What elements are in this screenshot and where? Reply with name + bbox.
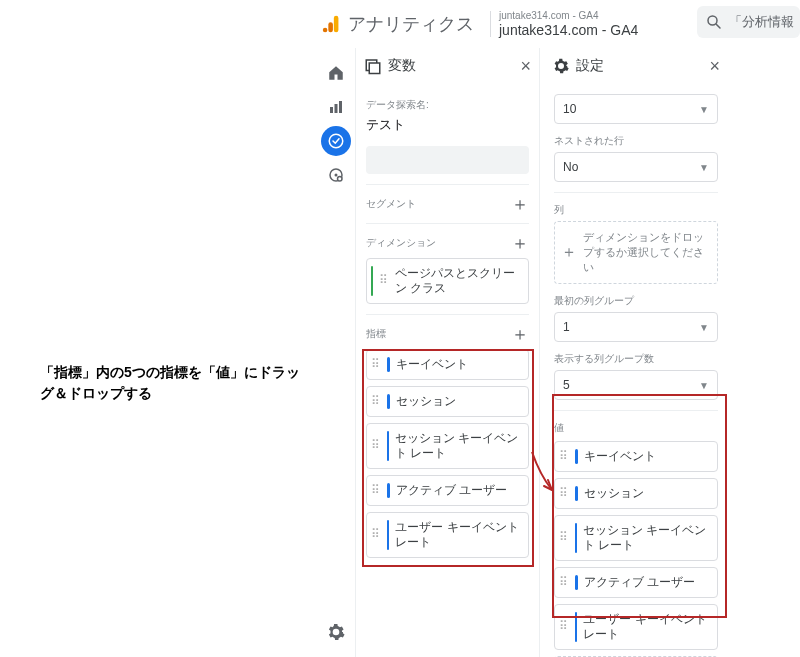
metrics-label: 指標 — [366, 327, 386, 341]
metric-chip[interactable]: ⠿アクティブ ユーザー — [366, 475, 529, 506]
settings-panel: 設定 × 10 ▼ ネストされた行 No ▼ 列 ＋ ディメンションをドロップす… — [544, 48, 728, 657]
values-label: 値 — [554, 410, 718, 435]
show-col-groups-value: 5 — [563, 378, 570, 392]
chevron-down-icon: ▼ — [699, 104, 709, 115]
value-chip[interactable]: ⠿キーイベント — [554, 441, 718, 472]
app-header: アナリティクス juntake314.com - GA4 juntake314.… — [316, 6, 800, 42]
svg-point-10 — [334, 174, 337, 177]
value-chip-label: セッション キーイベント レート — [583, 523, 711, 553]
metric-chip[interactable]: ⠿セッション キーイベント レート — [366, 423, 529, 469]
segments-label: セグメント — [366, 197, 416, 211]
nested-rows-select[interactable]: No ▼ — [554, 152, 718, 182]
value-chip[interactable]: ⠿アクティブ ユーザー — [554, 567, 718, 598]
nested-rows-value: No — [563, 160, 578, 174]
rows-show-select[interactable]: 10 ▼ — [554, 94, 718, 124]
add-segment[interactable]: ＋ — [511, 195, 529, 213]
property-big: juntake314.com - GA4 — [499, 22, 638, 38]
bar-chart-icon — [327, 98, 345, 116]
home-icon — [327, 64, 345, 82]
value-chip-label: セッション — [584, 486, 644, 501]
first-col-group-select[interactable]: 1 ▼ — [554, 312, 718, 342]
metric-chip[interactable]: ⠿セッション — [366, 386, 529, 417]
drag-handle-icon: ⠿ — [379, 277, 389, 284]
add-metric[interactable]: ＋ — [511, 325, 529, 343]
first-col-group-value: 1 — [563, 320, 570, 334]
svg-point-8 — [329, 134, 343, 148]
arrow-icon — [530, 450, 560, 500]
chevron-down-icon: ▼ — [699, 322, 709, 333]
drag-handle-icon: ⠿ — [559, 579, 569, 586]
svg-rect-1 — [328, 22, 333, 32]
drag-handle-icon: ⠿ — [371, 398, 381, 405]
metric-chip[interactable]: ⠿ユーザー キーイベント レート — [366, 512, 529, 558]
values-list: ⠿キーイベント⠿セッション⠿セッション キーイベント レート⠿アクティブ ユーザ… — [554, 441, 718, 650]
metric-chip-label: ユーザー キーイベント レート — [395, 520, 522, 550]
drag-handle-icon: ⠿ — [371, 531, 381, 538]
nav-settings[interactable] — [321, 617, 351, 647]
variables-title: 変数 — [388, 57, 416, 75]
value-chip[interactable]: ⠿セッション — [554, 478, 718, 509]
value-chip[interactable]: ⠿ユーザー キーイベント レート — [554, 604, 718, 650]
close-variables[interactable]: × — [520, 57, 531, 75]
dimension-chip[interactable]: ⠿ ページパスとスクリーン クラス — [366, 258, 529, 304]
nav-explore[interactable] — [321, 126, 351, 156]
drag-handle-icon: ⠿ — [559, 534, 569, 541]
add-dimension[interactable]: ＋ — [511, 234, 529, 252]
explore-icon — [327, 132, 345, 150]
search-icon — [705, 13, 723, 31]
metric-chip-label: キーイベント — [396, 357, 468, 372]
variables-panel: 変数 × データ探索名: テスト セグメント ＋ ディメンション ＋ ⠿ ページ… — [356, 48, 540, 657]
value-chip-label: キーイベント — [584, 449, 656, 464]
nested-rows-label: ネストされた行 — [554, 134, 718, 148]
search-input[interactable]: 「分析情報 — [697, 6, 800, 38]
date-range-box[interactable] — [366, 146, 529, 174]
first-col-group-label: 最初の列グループ — [554, 294, 718, 308]
chevron-down-icon: ▼ — [699, 380, 709, 391]
variables-icon — [364, 57, 382, 75]
exploration-name[interactable]: テスト — [366, 116, 529, 134]
metric-chip-label: セッション キーイベント レート — [395, 431, 522, 461]
nav-reports[interactable] — [321, 92, 351, 122]
svg-line-4 — [716, 24, 720, 28]
columns-label: 列 — [554, 192, 718, 217]
nav-ads[interactable] — [321, 160, 351, 190]
value-chip-label: アクティブ ユーザー — [584, 575, 695, 590]
header-divider — [490, 11, 491, 37]
nav-rail — [316, 48, 356, 657]
dimensions-label: ディメンション — [366, 236, 436, 250]
property-small: juntake314.com - GA4 — [499, 10, 638, 22]
nav-home[interactable] — [321, 58, 351, 88]
analytics-logo-icon — [320, 12, 344, 36]
gear-icon — [326, 622, 346, 642]
drag-handle-icon: ⠿ — [371, 442, 381, 449]
show-col-groups-label: 表示する列グループ数 — [554, 352, 718, 366]
svg-point-2 — [323, 28, 328, 33]
dimension-chip-label: ページパスとスクリーン クラス — [395, 266, 522, 296]
property-selector[interactable]: juntake314.com - GA4 juntake314.com - GA… — [499, 10, 638, 38]
rows-show-value: 10 — [563, 102, 576, 116]
drag-handle-icon: ⠿ — [559, 453, 569, 460]
columns-drop[interactable]: ＋ ディメンションをドロップするか選択してください — [554, 221, 718, 284]
settings-icon — [552, 57, 570, 75]
metric-chip-label: アクティブ ユーザー — [396, 483, 507, 498]
metric-chip[interactable]: ⠿キーイベント — [366, 349, 529, 380]
svg-rect-0 — [334, 16, 339, 33]
svg-point-11 — [337, 177, 342, 182]
target-icon — [327, 166, 345, 184]
metrics-list: ⠿キーイベント⠿セッション⠿セッション キーイベント レート⠿アクティブ ユーザ… — [366, 349, 529, 558]
svg-point-3 — [708, 16, 717, 25]
annotation-text: 「指標」内の5つの指標を「値」にドラッグ＆ドロップする — [40, 362, 300, 404]
exploration-name-label: データ探索名: — [366, 98, 529, 112]
columns-drop-text: ディメンションをドロップするか選択してください — [583, 230, 711, 275]
search-placeholder: 「分析情報 — [729, 13, 794, 31]
value-chip-label: ユーザー キーイベント レート — [583, 612, 711, 642]
svg-rect-7 — [339, 101, 342, 113]
close-settings[interactable]: × — [709, 57, 720, 75]
drag-handle-icon: ⠿ — [559, 623, 569, 630]
svg-rect-5 — [330, 107, 333, 113]
drag-handle-icon: ⠿ — [559, 490, 569, 497]
show-col-groups-select[interactable]: 5 ▼ — [554, 370, 718, 400]
svg-rect-6 — [334, 104, 337, 113]
value-chip[interactable]: ⠿セッション キーイベント レート — [554, 515, 718, 561]
product-name: アナリティクス — [348, 12, 474, 36]
